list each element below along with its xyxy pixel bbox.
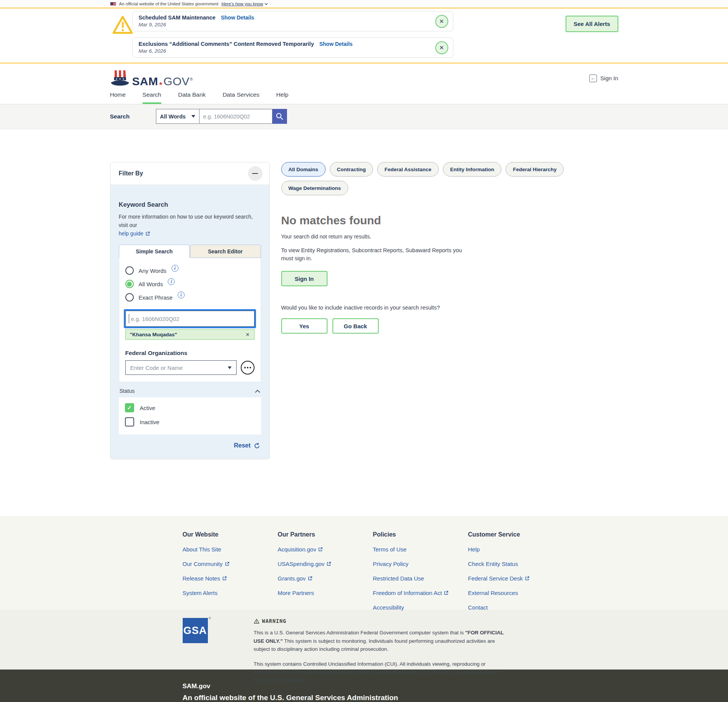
- gsa-logo: GSA ®: [183, 618, 208, 643]
- info-icon[interactable]: i: [172, 265, 178, 272]
- search-type-select[interactable]: All Words: [156, 109, 199, 124]
- help-guide-link[interactable]: help guide: [119, 230, 151, 237]
- footer-link-federal-service-desk[interactable]: Federal Service Desk: [468, 575, 530, 582]
- sam-gov-logo[interactable]: SAM★GOV®: [110, 70, 193, 87]
- footer-link-more-partners[interactable]: More Partners: [278, 590, 314, 596]
- footer-link-release-notes[interactable]: Release Notes: [183, 575, 227, 582]
- federal-org-placeholder: Enter Code or Name: [130, 365, 183, 371]
- sign-in-button[interactable]: Sign In: [281, 271, 328, 286]
- show-details-link[interactable]: Show Details: [319, 41, 352, 47]
- main-content: Filter By Keyword Search For more inform…: [0, 129, 728, 516]
- domain-tab-federal-hierarchy[interactable]: Federal Hierarchy: [506, 162, 564, 177]
- collapse-filters-button[interactable]: [248, 166, 263, 181]
- checkbox-active[interactable]: ✓: [125, 403, 134, 412]
- alert-card-maintenance: Scheduled SAM Maintenance Show Details M…: [132, 11, 453, 31]
- alerts-section: Scheduled SAM Maintenance Show Details M…: [0, 8, 728, 63]
- checkmark-icon: ✓: [127, 404, 132, 411]
- chip-remove-icon[interactable]: ✕: [246, 332, 250, 337]
- more-options-button[interactable]: [241, 361, 255, 375]
- close-icon: ✕: [439, 18, 444, 24]
- footer-link-external-resources[interactable]: External Resources: [468, 590, 518, 596]
- footer-links-section: Our Website About This Site Our Communit…: [0, 516, 728, 610]
- help-guide-label: help guide: [119, 230, 144, 237]
- select-caret-icon: [191, 115, 195, 118]
- alert-close-button[interactable]: ✕: [435, 15, 448, 28]
- search-submit-button[interactable]: [272, 109, 287, 124]
- nav-item-home[interactable]: Home: [110, 91, 126, 104]
- radio-exact-phrase[interactable]: [125, 293, 134, 302]
- header-sign-in-link[interactable]: ← Sign In: [589, 75, 618, 82]
- footer-link-restricted-data-use[interactable]: Restricted Data Use: [373, 575, 424, 582]
- radio-any-words[interactable]: [125, 266, 134, 275]
- warning-title: WARNING: [262, 618, 287, 624]
- how-you-know-link[interactable]: Here’s how you know: [221, 2, 268, 6]
- us-flag-icon: [110, 2, 116, 6]
- sign-in-note: To view Entity Registrations, Subcontrac…: [281, 246, 474, 263]
- go-back-button[interactable]: Go Back: [332, 318, 379, 334]
- keyword-help-text: For more information on how to use our k…: [119, 213, 261, 229]
- search-type-value: All Words: [160, 113, 186, 120]
- footer-site-name: SAM.gov: [183, 683, 618, 690]
- checkbox-inactive-label: Inactive: [140, 419, 160, 425]
- radio-all-words-label: All Words: [139, 281, 163, 287]
- domain-tab-wage-determinations[interactable]: Wage Determinations: [281, 181, 349, 195]
- yes-button[interactable]: Yes: [281, 318, 328, 334]
- reset-filters-link[interactable]: Reset: [234, 442, 251, 449]
- footer-link-system-alerts[interactable]: System Alerts: [183, 590, 218, 596]
- gsa-warning-section: GSA ® WARNING This is a U.S. General Ser…: [0, 610, 728, 670]
- checkbox-inactive[interactable]: [125, 417, 134, 426]
- global-search-input[interactable]: [199, 109, 272, 124]
- filter-by-title: Filter By: [119, 170, 143, 177]
- logo-gov-text: GOV: [164, 76, 190, 87]
- footer-column-title: Our Website: [183, 531, 278, 538]
- radio-all-words[interactable]: [125, 280, 134, 288]
- footer-link-grants-gov[interactable]: Grants.gov: [278, 575, 313, 582]
- keyword-search-input[interactable]: [125, 311, 255, 327]
- refresh-icon[interactable]: [254, 443, 260, 449]
- radio-any-words-label: Any Words: [139, 268, 167, 274]
- include-inactive-question: Would you like to include inactive recor…: [281, 305, 618, 311]
- enter-arrow-glyph: ←: [590, 75, 595, 81]
- warning-icon: [254, 619, 259, 624]
- footer-column-policies: Policies Terms of Use Privacy Policy Res…: [373, 531, 468, 611]
- nav-item-search[interactable]: Search: [143, 91, 161, 104]
- footer-link-terms-of-use[interactable]: Terms of Use: [373, 546, 407, 553]
- federal-org-select[interactable]: Enter Code or Name: [125, 360, 237, 375]
- keyword-search-title: Keyword Search: [119, 201, 261, 208]
- info-icon[interactable]: i: [178, 292, 185, 298]
- tab-search-editor[interactable]: Search Editor: [190, 245, 261, 258]
- show-details-link[interactable]: Show Details: [221, 15, 254, 21]
- see-all-alerts-button[interactable]: See All Alerts: [566, 16, 618, 32]
- footer-link-foia[interactable]: Freedom of Information Act: [373, 590, 449, 596]
- external-link-icon: [225, 561, 230, 566]
- domain-tab-contracting[interactable]: Contracting: [330, 162, 373, 177]
- footer-link-check-entity-status[interactable]: Check Entity Status: [468, 561, 518, 567]
- keyword-chip: "Khansa Muqadas" ✕: [125, 329, 255, 340]
- warning-paragraph-1: This is a U.S. General Services Administ…: [254, 629, 504, 653]
- alert-close-button[interactable]: ✕: [435, 41, 448, 54]
- footer-link-privacy-policy[interactable]: Privacy Policy: [373, 561, 409, 567]
- nav-item-data-services[interactable]: Data Services: [222, 91, 259, 104]
- info-icon[interactable]: i: [168, 278, 175, 285]
- tab-simple-search[interactable]: Simple Search: [119, 245, 190, 258]
- federal-organizations-title: Federal Organizations: [125, 350, 255, 357]
- footer-link-acquisition-gov[interactable]: Acquisition.gov: [278, 546, 323, 553]
- sign-in-enter-icon: ←: [589, 75, 597, 82]
- footer-link-about-this-site[interactable]: About This Site: [183, 546, 221, 553]
- domain-tab-entity-information[interactable]: Entity Information: [443, 162, 502, 177]
- footer-column-our-partners: Our Partners Acquisition.gov USASpending…: [278, 531, 373, 611]
- chevron-up-icon[interactable]: [255, 389, 260, 393]
- domain-tab-all-domains[interactable]: All Domains: [281, 162, 326, 177]
- domain-tab-federal-assistance[interactable]: Federal Assistance: [377, 162, 439, 177]
- footer-link-help[interactable]: Help: [468, 546, 480, 553]
- filter-panel: Filter By Keyword Search For more inform…: [110, 162, 270, 459]
- footer-link-our-community[interactable]: Our Community: [183, 561, 230, 567]
- no-matches-subtitle: Your search did not return any results.: [281, 233, 618, 240]
- nav-item-help[interactable]: Help: [276, 91, 289, 104]
- nav-item-data-bank[interactable]: Data Bank: [178, 91, 206, 104]
- status-section-label: Status: [120, 388, 135, 394]
- identity-footer: SAM.gov An official website of the U.S. …: [0, 670, 728, 702]
- alert-date: Mar 9, 2026: [139, 22, 430, 28]
- footer-link-usaspending-gov[interactable]: USASpending.gov: [278, 561, 332, 567]
- chevron-down-icon: [264, 2, 268, 6]
